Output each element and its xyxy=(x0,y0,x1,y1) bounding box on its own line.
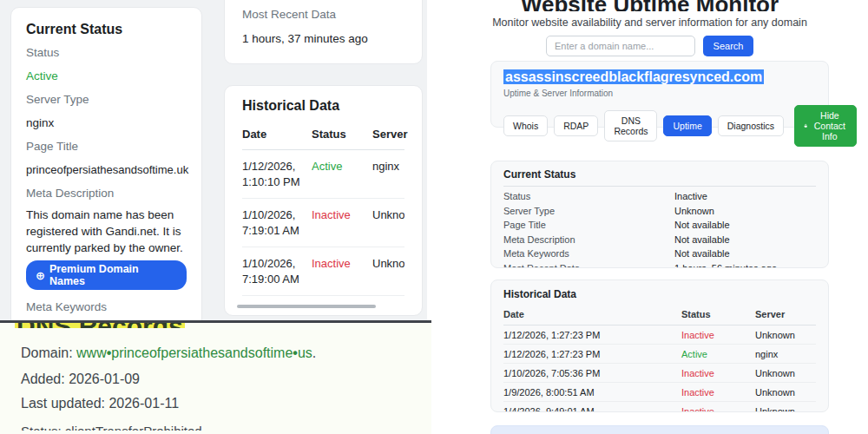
tab-uptime[interactable]: Uptime xyxy=(663,115,711,136)
card-title: Historical Data xyxy=(503,288,816,300)
domain-www: www xyxy=(76,345,107,360)
card-caption: Uptime & Server Information xyxy=(503,89,816,98)
panel-title: Current Status xyxy=(26,22,187,37)
current-status-card-right: Current Status Status Inactive Server Ty… xyxy=(490,161,829,268)
status-row: Most Recent Data 1 hours, 56 minutes ago xyxy=(503,261,816,269)
page-title: Website Uptime Monitor xyxy=(521,0,779,11)
screenshot-canvas: Current Status Status Active Server Type… xyxy=(0,0,868,434)
domain-name: princeofpersiathesandsoftime xyxy=(111,345,293,360)
cell-date: 1/12/2026, 1:27:23 PM xyxy=(503,349,681,359)
row-label: Status xyxy=(503,191,674,202)
tab-bar: Whois RDAP DNS Records Uptime Diagnostic… xyxy=(503,105,816,147)
row-value: Inactive xyxy=(674,191,816,202)
col-status: Status xyxy=(312,128,369,141)
tab-diagnostics[interactable]: Diagnostics xyxy=(718,115,784,136)
circle-plus-icon: ⊕ xyxy=(36,270,45,281)
horizontal-scrollbar[interactable] xyxy=(237,305,376,308)
col-date: Date xyxy=(242,128,308,141)
table-row: 1/4/2026, 9:49:01 AM Inactive Unknown xyxy=(503,402,816,412)
server-type-value: nginx xyxy=(26,116,187,129)
row-value: Not available xyxy=(674,220,816,231)
most-recent-data-value: 1 hours, 37 minutes ago xyxy=(242,32,404,45)
cell-status: Inactive xyxy=(312,207,369,238)
row-label: Server Type xyxy=(503,206,674,217)
historical-title: Historical Data xyxy=(242,98,404,114)
domain-line: Domain: www•princeofpersiathesandsoftime… xyxy=(21,345,316,361)
table-row: 1/10/2026, 7:19:01 AM Inactive Unknow xyxy=(242,199,404,247)
premium-domain-badge[interactable]: ⊕ Premium Domain Names xyxy=(26,260,187,290)
row-value: Not available xyxy=(674,234,816,246)
cell-server: Unknown xyxy=(755,406,816,413)
last-updated-line: Last updated: 2026-01-11 xyxy=(21,396,179,411)
table-row: 1/12/2026, 1:10:10 PM Active nginx xyxy=(242,150,404,199)
server-type-label: Server Type xyxy=(26,93,187,106)
clipped-bottom-line: Status: clientTransferProhibited xyxy=(21,424,202,431)
col-status: Status xyxy=(681,309,755,319)
cell-status: Inactive xyxy=(681,387,755,398)
status-label: Status xyxy=(26,46,187,59)
cell-status: Active xyxy=(312,159,369,189)
lock-icon xyxy=(804,122,808,130)
search-row: Search xyxy=(431,36,868,56)
status-row: Page Title Not available xyxy=(503,218,816,233)
domain-result-card: assassinscreedblackflagresynced.com Upti… xyxy=(490,61,829,128)
hide-contact-info-button[interactable]: Hide Contact Info xyxy=(794,105,857,147)
domain-search-input[interactable] xyxy=(546,36,695,56)
search-button[interactable]: Search xyxy=(703,36,753,56)
cell-server: Unknown xyxy=(755,387,816,398)
tab-whois[interactable]: Whois xyxy=(503,115,548,136)
cell-date: 1/10/2026, 7:19:01 AM xyxy=(242,207,308,238)
meta-keywords-label: Meta Keywords xyxy=(26,300,187,313)
domain-label: Domain: xyxy=(21,345,76,360)
cell-date: 1/10/2026, 7:19:00 AM xyxy=(242,256,308,286)
table-row: 1/12/2026, 1:27:23 PM Active nginx xyxy=(503,345,816,364)
meta-description-label: Meta Description xyxy=(26,187,187,200)
status-value: Active xyxy=(26,69,187,82)
cell-date: 1/9/2026, 8:00:51 AM xyxy=(503,387,681,398)
tab-dns-records[interactable]: DNS Records xyxy=(604,110,657,141)
table-header-row: Date Status Server xyxy=(503,306,816,326)
hide-contact-label: Hide Contact Info xyxy=(812,110,848,141)
status-row: Status Inactive xyxy=(503,189,816,204)
page-title-value: princeofpersiathesandsoftime.uk xyxy=(26,163,187,176)
historical-data-card-right: Historical Data Date Status Server 1/12/… xyxy=(490,279,829,412)
premium-badge-label: Premium Domain Names xyxy=(49,263,177,287)
table-header-row: Date Status Server xyxy=(242,128,404,150)
uptime-monitor-page: Website Uptime Monitor Monitor website a… xyxy=(431,0,868,434)
dns-records-section: DNS Records Domain: www•princeofpersiath… xyxy=(0,323,431,434)
page-subtitle: Monitor website availability and server … xyxy=(431,16,868,29)
clipped-bottom-card xyxy=(490,425,829,434)
cell-server: Unknown xyxy=(755,368,816,378)
cell-server: Unknown xyxy=(755,330,816,340)
meta-description-value: This domain name has been registered wit… xyxy=(26,207,187,256)
status-row: Meta Description Not available xyxy=(503,233,816,247)
cell-status: Inactive xyxy=(681,406,755,413)
domain-tld: us xyxy=(298,345,312,360)
row-value: Unknown xyxy=(674,206,816,217)
cell-status: Inactive xyxy=(312,256,369,286)
row-value: Not available xyxy=(674,248,816,260)
most-recent-data-panel: Most Recent Data 1 hours, 37 minutes ago xyxy=(224,0,423,64)
cell-date: 1/4/2026, 9:49:01 AM xyxy=(503,406,681,413)
tab-rdap[interactable]: RDAP xyxy=(554,115,598,136)
clipped-dns-heading: DNS Records xyxy=(15,323,258,328)
current-status-panel-left: Current Status Status Active Server Type… xyxy=(10,7,202,320)
row-value: 1 hours, 56 minutes ago xyxy=(674,263,816,269)
row-label: Page Title xyxy=(503,220,674,231)
left-composite-top: Current Status Status Active Server Type… xyxy=(0,0,427,320)
selected-domain-text[interactable]: assassinscreedblackflagresynced.com xyxy=(503,69,764,84)
card-title: Current Status xyxy=(503,168,816,187)
cell-status: Inactive xyxy=(681,368,755,378)
cell-date: 1/12/2026, 1:27:23 PM xyxy=(503,330,681,340)
most-recent-data-label: Most Recent Data xyxy=(242,8,404,21)
table-row: 1/12/2026, 1:27:23 PM Inactive Unknown xyxy=(503,326,816,345)
cell-server: Unknow xyxy=(372,207,404,238)
cell-date: 1/10/2026, 7:05:36 PM xyxy=(503,368,681,378)
cell-status: Inactive xyxy=(681,330,755,340)
row-label: Meta Keywords xyxy=(503,248,674,260)
table-row: 1/10/2026, 7:05:36 PM Inactive Unknown xyxy=(503,364,816,383)
page-title-clipped: Website Uptime Monitor xyxy=(431,0,868,11)
added-line: Added: 2026-01-09 xyxy=(21,372,140,387)
status-row: Meta Keywords Not available xyxy=(503,247,816,261)
dns-heading-text: DNS Records xyxy=(15,323,185,328)
